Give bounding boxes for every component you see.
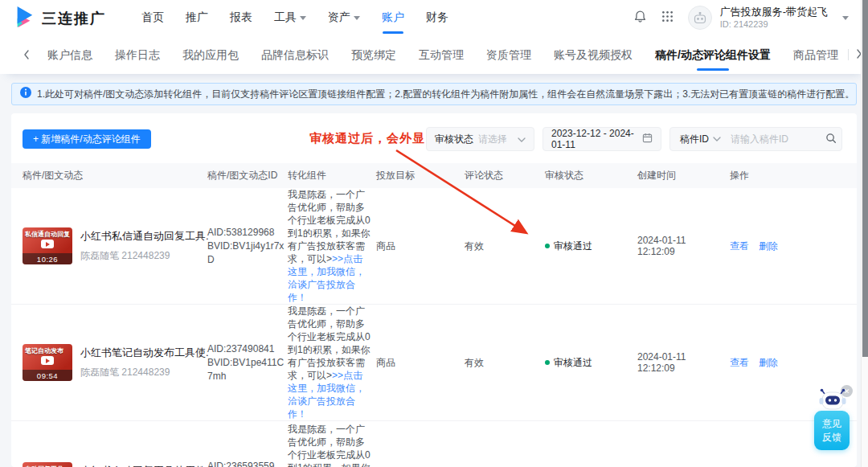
- delete-link[interactable]: 删除: [759, 240, 778, 253]
- column-header: 审核状态: [545, 169, 637, 182]
- date-range-value: 2023-12-12 - 2024-01-11: [551, 128, 637, 150]
- video-ids: AID:538129968 BVID:BV1ji4y1r7xD: [207, 226, 288, 267]
- video-title[interactable]: 小红书自动回复工具使用教...: [80, 464, 209, 467]
- scrollbar-thumb[interactable]: [862, 0, 868, 357]
- video-ids: AID:236593559 BVID:BV11e411Z724: [207, 460, 288, 467]
- video-author: 陈磊随笔 212448239: [80, 249, 209, 263]
- tab-qualification-mgmt[interactable]: 资质管理: [486, 35, 531, 74]
- video-item: 自动回复工具 11:34 小红书自动回复工具使用教... 陈磊随笔 212448…: [11, 462, 207, 467]
- video-item: 笔记自动发布 09:54 小红书笔记自动发布工具使... 陈磊随笔 212448…: [11, 344, 207, 381]
- tab-preview-binding[interactable]: 预览绑定: [351, 35, 396, 74]
- video-title[interactable]: 小红书私信通自动回复工具...: [80, 229, 209, 244]
- video-thumbnail[interactable]: 自动回复工具 11:34: [23, 462, 72, 467]
- table-row: 自动回复工具 11:34 小红书自动回复工具使用教... 陈磊随笔 212448…: [11, 421, 857, 467]
- main-nav: 首页 推广 报表 工具 资产 账户 财务: [141, 0, 448, 35]
- audit-status-select[interactable]: 审核状态 请选择: [426, 127, 534, 151]
- play-logo-icon: [13, 6, 35, 31]
- nav-assets[interactable]: 资产: [328, 0, 360, 35]
- id-type-value: 稿件ID: [680, 133, 709, 146]
- audit-status: 审核通过: [545, 240, 637, 253]
- thumbnail-caption: 私信通自动回复: [25, 231, 70, 239]
- date-range-picker[interactable]: 2023-12-12 - 2024-01-11: [542, 127, 661, 151]
- notice-banner: 1.此处可对稿件/图文动态添加转化组件，目前仅支持稿件评论区置顶链接组件配置；2…: [11, 83, 857, 105]
- tab-brand-mark[interactable]: 品牌信息标识: [261, 35, 329, 74]
- video-thumbnail[interactable]: 笔记自动发布 09:54: [23, 344, 72, 381]
- thumbnail-caption: 笔记自动发布: [25, 347, 70, 355]
- column-header: 转化组件: [288, 169, 376, 182]
- nav-promotion[interactable]: 推广: [186, 0, 208, 35]
- status-dot-icon: [545, 360, 550, 365]
- notice-text: 1.此处可对稿件/图文动态添加转化组件，目前仅支持稿件评论区置顶链接组件配置；2…: [37, 88, 854, 101]
- row-actions: 查看 删除: [730, 240, 857, 253]
- target-value: 商品: [376, 240, 465, 253]
- bell-icon[interactable]: [633, 10, 647, 27]
- column-header: 稿件/图文动态: [11, 169, 207, 182]
- audit-status-label: 审核通过: [554, 240, 592, 253]
- tab-operation-log[interactable]: 操作日志: [115, 35, 160, 74]
- tabs: 账户信息 操作日志 我的应用包 品牌信息标识 预览绑定 互动管理 资质管理 账号…: [47, 35, 838, 74]
- search-icon[interactable]: [825, 133, 837, 146]
- chevron-left-icon[interactable]: [23, 50, 30, 59]
- robot-mascot-icon[interactable]: [817, 387, 848, 415]
- tab-account-video-auth[interactable]: 账号及视频授权: [554, 35, 633, 74]
- video-duration: 09:54: [23, 370, 72, 381]
- feedback-label-line1: 意见: [822, 417, 841, 431]
- column-header: 投放目标: [376, 169, 465, 182]
- column-header: 评论状态: [465, 169, 545, 182]
- bvid-value: BVID:BV1ji4y1r7xD: [207, 240, 285, 267]
- tab-product-mgmt[interactable]: 商品管理: [793, 35, 838, 74]
- column-header: 操作: [730, 169, 857, 182]
- filter-toolbar: 审核状态 请选择 2023-12-12 - 2024-01-11 稿件ID: [426, 127, 842, 151]
- play-icon: [41, 356, 54, 365]
- delete-link[interactable]: 删除: [759, 356, 778, 370]
- table-row: 私信通自动回复 10:26 小红书私信通自动回复工具... 陈磊随笔 21244…: [11, 188, 857, 305]
- feedback-label-line2: 反馈: [822, 431, 841, 444]
- avatar[interactable]: [688, 6, 712, 30]
- video-thumbnail[interactable]: 私信通自动回复 10:26: [23, 227, 72, 264]
- tab-interaction-mgmt[interactable]: 互动管理: [419, 35, 464, 74]
- apps-grid-icon[interactable]: [661, 10, 674, 26]
- play-icon: [41, 240, 54, 248]
- component-text: 我是陈磊，一个广告优化师，帮助多个行业老板完成从0到1的积累，如果你有广告投放获…: [288, 424, 371, 467]
- target-value: 商品: [376, 356, 465, 370]
- tab-comment-component-settings[interactable]: 稿件/动态评论组件设置: [655, 35, 771, 74]
- chevron-down-icon: [354, 16, 360, 20]
- manuscript-id-search: 稿件ID: [669, 127, 842, 151]
- tab-account-info[interactable]: 账户信息: [47, 35, 92, 74]
- tab-my-app-pack[interactable]: 我的应用包: [182, 35, 239, 74]
- table-header: 稿件/图文动态 稿件/图文动态ID 转化组件 投放目标 评论状态 审核状态 创建…: [11, 163, 857, 188]
- view-link[interactable]: 查看: [730, 240, 749, 253]
- column-header: 稿件/图文动态ID: [207, 169, 288, 182]
- add-component-button[interactable]: + 新增稿件/动态评论组件: [23, 129, 151, 149]
- feedback-button[interactable]: 意见 反馈: [814, 411, 850, 450]
- table-body: 私信通自动回复 10:26 小红书私信通自动回复工具... 陈磊随笔 21244…: [11, 188, 857, 467]
- info-icon: [20, 87, 31, 101]
- nav-tools[interactable]: 工具: [274, 0, 306, 35]
- aid-value: AID:538129968: [207, 226, 285, 240]
- manuscript-id-input[interactable]: [731, 133, 821, 145]
- main-card: + 新增稿件/动态评论组件 审核状态 请选择 2023-12-12 - 2024…: [11, 113, 857, 467]
- created-time: 2024-01-11 12:12:09: [637, 351, 730, 374]
- view-link[interactable]: 查看: [730, 356, 749, 370]
- audit-status-label: 审核通过: [554, 356, 592, 370]
- annotation-text: 审核通过后，会外显: [309, 131, 425, 146]
- nav-home[interactable]: 首页: [141, 0, 164, 35]
- aid-value: AID:236593559: [207, 460, 285, 467]
- account-info[interactable]: 广告投放服务-带货起飞 ID: 2142239: [720, 6, 828, 31]
- chevron-down-icon: [300, 16, 306, 20]
- audit-status-filter-label: 审核状态: [435, 133, 473, 146]
- audit-status: 审核通过: [545, 356, 637, 370]
- video-title[interactable]: 小红书笔记自动发布工具使...: [80, 346, 209, 360]
- id-type-select[interactable]: 稿件ID: [670, 133, 726, 146]
- chevron-down-icon: [518, 133, 526, 145]
- nav-finance[interactable]: 财务: [426, 0, 448, 35]
- scrollbar-track[interactable]: [861, 0, 868, 467]
- nav-account[interactable]: 账户: [382, 0, 404, 35]
- video-duration: 10:26: [23, 253, 72, 264]
- conversion-component: 我是陈磊，一个广告优化师，帮助多个行业老板完成从0到1的积累，如果你有广告投放获…: [288, 188, 376, 304]
- nav-report[interactable]: 报表: [230, 0, 252, 35]
- chevron-down-icon[interactable]: [842, 16, 849, 20]
- tab-divider: [848, 49, 849, 60]
- brand-logo[interactable]: 三连推广: [13, 6, 106, 31]
- conversion-component: 我是陈磊，一个广告优化师，帮助多个行业老板完成从0到1的积累，如果你有广告投放获…: [288, 305, 376, 420]
